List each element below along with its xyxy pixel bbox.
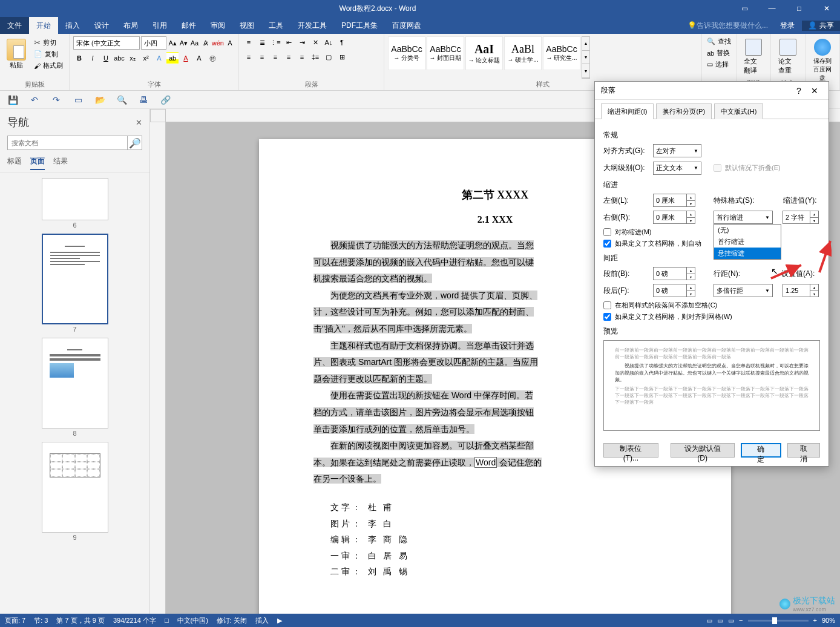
nav-search-button[interactable]: 🔎 bbox=[128, 136, 142, 150]
font-size-select[interactable] bbox=[141, 36, 166, 50]
tell-me-search[interactable]: 💡 告诉我您想要做什么... bbox=[683, 21, 773, 31]
status-page-of[interactable]: 第 7 页，共 9 页 bbox=[56, 616, 104, 625]
open-icon[interactable]: 📂 bbox=[93, 93, 107, 107]
tab-pdf[interactable]: PDF工具集 bbox=[334, 17, 385, 34]
status-page[interactable]: 页面: 7 bbox=[5, 616, 25, 625]
dropdown-option-none[interactable]: (无) bbox=[714, 225, 781, 236]
print-icon[interactable]: 🖶 bbox=[137, 93, 150, 107]
undo-icon[interactable]: ↶ bbox=[28, 93, 41, 107]
increase-font-icon[interactable]: A▴ bbox=[168, 37, 177, 49]
distributed-icon[interactable]: ≡ bbox=[296, 51, 308, 63]
dialog-tab-chinese[interactable]: 中文版式(H) bbox=[714, 103, 763, 119]
print-preview-icon[interactable]: 🔍 bbox=[115, 93, 128, 107]
font-name-select[interactable] bbox=[73, 36, 140, 50]
nav-tab-results[interactable]: 结果 bbox=[53, 156, 68, 170]
outline-select[interactable]: 正文文本▼ bbox=[653, 162, 701, 175]
decrease-font-icon[interactable]: A▾ bbox=[179, 37, 188, 49]
space-before-input[interactable]: 0 磅 bbox=[653, 267, 687, 280]
tab-baidu[interactable]: 百度网盘 bbox=[385, 17, 428, 34]
tab-design[interactable]: 设计 bbox=[87, 17, 116, 34]
new-icon[interactable]: ▭ bbox=[71, 93, 85, 107]
style-scroll[interactable]: ▴▾▾ bbox=[582, 36, 590, 79]
nav-close-icon[interactable]: ✕ bbox=[136, 118, 142, 127]
style-item[interactable]: AaBbCc→ 封面日期 bbox=[427, 36, 464, 70]
numbering-icon[interactable]: ≣ bbox=[256, 36, 268, 48]
strikethrough-icon[interactable]: abc bbox=[113, 52, 125, 64]
nav-search-input[interactable] bbox=[7, 136, 128, 150]
highlight-icon[interactable]: ab bbox=[166, 52, 179, 64]
dialog-tab-linebreak[interactable]: 换行和分页(P) bbox=[656, 103, 712, 119]
text-effects-icon[interactable]: A bbox=[153, 52, 165, 64]
lookup-button[interactable]: 论文查重 bbox=[775, 36, 801, 77]
mirror-indent-checkbox[interactable] bbox=[603, 228, 611, 236]
format-painter-button[interactable]: 🖌格式刷 bbox=[33, 61, 64, 71]
translate-button[interactable]: 全文翻译 bbox=[740, 36, 767, 77]
thumbnail-list[interactable]: 6 7 8 9 bbox=[0, 173, 149, 616]
dropdown-option-hanging[interactable]: 悬挂缩进 bbox=[714, 248, 781, 259]
maximize-icon[interactable]: □ bbox=[786, 0, 813, 17]
view-web-icon[interactable]: ▭ bbox=[728, 617, 734, 625]
select-button[interactable]: ▭选择 bbox=[706, 59, 732, 70]
align-left-icon[interactable]: ≡ bbox=[243, 51, 255, 63]
view-print-icon[interactable]: ▭ bbox=[717, 617, 723, 625]
tab-mailings[interactable]: 邮件 bbox=[174, 17, 203, 34]
font-color-icon[interactable]: A bbox=[180, 52, 192, 64]
tab-view[interactable]: 视图 bbox=[232, 17, 261, 34]
status-track[interactable]: 修订: 关闭 bbox=[217, 616, 247, 625]
no-space-checkbox[interactable] bbox=[603, 301, 611, 309]
subscript-icon[interactable]: x₂ bbox=[126, 52, 139, 64]
baidu-save-button[interactable]: 保存到百度网盘 bbox=[809, 36, 836, 85]
change-case-icon[interactable]: Aa bbox=[189, 37, 199, 49]
thumbnail-page-6[interactable] bbox=[42, 178, 108, 220]
decrease-indent-icon[interactable]: ⇤ bbox=[283, 36, 295, 48]
style-item[interactable]: AaBbCc→ 分类号 bbox=[388, 36, 425, 70]
italic-icon[interactable]: I bbox=[87, 52, 99, 64]
tab-file[interactable]: 文件 bbox=[0, 17, 29, 34]
ok-button[interactable]: 确定 bbox=[741, 443, 782, 458]
tabs-button[interactable]: 制表位(T)... bbox=[603, 443, 658, 458]
tab-developer[interactable]: 开发工具 bbox=[290, 17, 334, 34]
replace-button[interactable]: ab替换 bbox=[706, 48, 732, 58]
vertical-ruler[interactable] bbox=[150, 122, 166, 616]
zoom-in-icon[interactable]: + bbox=[813, 617, 817, 624]
align-center-icon[interactable]: ≡ bbox=[256, 51, 268, 63]
tab-insert[interactable]: 插入 bbox=[58, 17, 87, 34]
bold-icon[interactable]: B bbox=[73, 52, 85, 64]
phonetic-icon[interactable]: wén bbox=[212, 37, 224, 49]
find-button[interactable]: 🔍查找 bbox=[706, 36, 732, 47]
line-spacing-select[interactable]: 多倍行距▼ bbox=[714, 284, 773, 297]
snap-grid-checkbox[interactable] bbox=[603, 313, 611, 321]
enclose-char-icon[interactable]: ㊕ bbox=[206, 52, 218, 64]
show-marks-icon[interactable]: ¶ bbox=[336, 36, 348, 48]
thumbnail-page-9[interactable] bbox=[42, 442, 108, 533]
asian-layout-icon[interactable]: ✕ bbox=[309, 36, 321, 48]
dialog-close-icon[interactable]: ✕ bbox=[807, 86, 822, 96]
cut-button[interactable]: ✂剪切 bbox=[33, 38, 64, 48]
nav-tab-headings[interactable]: 标题 bbox=[7, 156, 22, 170]
thumbnail-page-7[interactable] bbox=[42, 234, 108, 324]
shading-icon[interactable]: ▢ bbox=[323, 51, 335, 63]
cancel-button[interactable]: 取消 bbox=[787, 443, 820, 458]
increase-indent-icon[interactable]: ⇥ bbox=[296, 36, 308, 48]
space-after-input[interactable]: 0 磅 bbox=[653, 284, 687, 297]
view-read-icon[interactable]: ▭ bbox=[706, 617, 712, 625]
justify-icon[interactable]: ≡ bbox=[283, 51, 295, 63]
redo-icon[interactable]: ↷ bbox=[50, 93, 63, 107]
char-shading-icon[interactable]: A bbox=[193, 52, 205, 64]
align-right-icon[interactable]: ≡ bbox=[269, 51, 281, 63]
underline-icon[interactable]: U bbox=[100, 52, 112, 64]
char-border-icon[interactable]: A bbox=[225, 37, 235, 49]
dialog-help-icon[interactable]: ? bbox=[791, 86, 807, 96]
dialog-tab-indent[interactable]: 缩进和间距(I) bbox=[601, 103, 654, 119]
zoom-value[interactable]: 90% bbox=[822, 617, 835, 624]
status-section[interactable]: 节: 3 bbox=[34, 616, 48, 625]
zoom-out-icon[interactable]: − bbox=[739, 617, 743, 624]
copy-button[interactable]: 📄复制 bbox=[33, 49, 64, 59]
style-item[interactable]: AaBbCc→ 研究生... bbox=[543, 36, 580, 70]
superscript-icon[interactable]: x² bbox=[140, 52, 152, 64]
line-spacing-icon[interactable]: ‡≡ bbox=[309, 51, 321, 63]
thumbnail-page-8[interactable] bbox=[42, 338, 108, 428]
tab-references[interactable]: 引用 bbox=[145, 17, 174, 34]
dropdown-option-first[interactable]: 首行缩进 bbox=[714, 236, 781, 248]
indent-left-input[interactable]: 0 厘米 bbox=[653, 194, 687, 207]
